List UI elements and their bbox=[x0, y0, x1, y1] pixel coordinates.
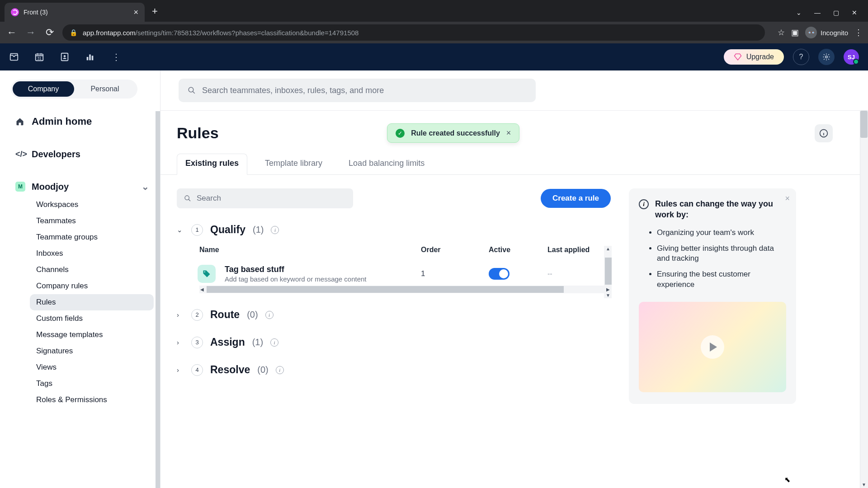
tab-favicon bbox=[11, 8, 19, 16]
content-scrollbar-track[interactable]: ▲ ▼ bbox=[860, 111, 868, 488]
help-button[interactable]: ? bbox=[793, 49, 809, 65]
chevron-down-icon: ⌄ bbox=[142, 181, 149, 192]
global-search[interactable]: Search teammates, inboxes, rules, tags, … bbox=[179, 79, 536, 102]
svg-point-11 bbox=[204, 272, 206, 273]
sidebar-item-teammates[interactable]: Teammates bbox=[30, 213, 154, 229]
analytics-icon[interactable] bbox=[85, 52, 97, 62]
sidebar-item-channels[interactable]: Channels bbox=[30, 262, 154, 278]
phase-info-icon[interactable]: i bbox=[270, 338, 278, 347]
page-title: Rules bbox=[177, 124, 219, 142]
sidebar-item-roles-permissions[interactable]: Roles & Permissions bbox=[30, 392, 154, 408]
settings-button[interactable] bbox=[818, 49, 835, 65]
settings-sidebar: Company Personal Admin home </> Develope… bbox=[0, 70, 160, 488]
success-toast: ✓ Rule created successfully × bbox=[387, 123, 519, 143]
info-panel: × i Rules can change the way you work by… bbox=[629, 188, 796, 404]
sidebar-scrollbar-thumb[interactable] bbox=[156, 188, 160, 305]
url-input[interactable]: 🔒 app.frontapp.com/settings/tim:7858132/… bbox=[62, 24, 765, 41]
sidebar-item-rules[interactable]: Rules bbox=[30, 294, 154, 310]
sidebar-item-company-rules[interactable]: Company rules bbox=[30, 278, 154, 294]
extensions-icon[interactable]: ▣ bbox=[791, 28, 799, 38]
phase-info-icon[interactable]: i bbox=[265, 311, 274, 319]
search-icon bbox=[184, 195, 191, 202]
svg-rect-4 bbox=[87, 57, 89, 60]
info-bullet: Giving better insights through data and … bbox=[657, 244, 786, 264]
table-vscroll-thumb[interactable] bbox=[605, 258, 612, 285]
forward-button[interactable]: → bbox=[24, 27, 37, 38]
sidebar-developers[interactable]: </> Developers bbox=[11, 145, 154, 164]
phase-header-resolve[interactable]: ›4Resolve(0)i bbox=[177, 364, 611, 376]
scope-company[interactable]: Company bbox=[13, 81, 74, 97]
phase-number: 2 bbox=[191, 309, 203, 321]
dismiss-toast-button[interactable]: × bbox=[506, 128, 511, 138]
tag-icon bbox=[198, 265, 216, 283]
sidebar-item-views[interactable]: Views bbox=[30, 359, 154, 375]
calendar-icon[interactable]: 31 bbox=[34, 52, 46, 62]
tab-template-library[interactable]: Template library bbox=[256, 154, 331, 175]
svg-point-8 bbox=[189, 87, 193, 92]
svg-rect-6 bbox=[92, 56, 94, 60]
minimize-button[interactable]: ― bbox=[814, 9, 821, 16]
phase-header-assign[interactable]: ›3Assign(1)i bbox=[177, 336, 611, 348]
close-info-panel-button[interactable]: × bbox=[785, 194, 790, 203]
contacts-icon[interactable] bbox=[60, 52, 71, 62]
sidebar-item-teammate-groups[interactable]: Teammate groups bbox=[30, 229, 154, 245]
phase-header-qualify[interactable]: ⌄1Qualify(1)i bbox=[177, 224, 611, 236]
user-avatar[interactable]: SJ bbox=[844, 49, 859, 65]
rules-search[interactable]: Search bbox=[177, 188, 353, 208]
page-info-button[interactable] bbox=[815, 124, 833, 142]
new-tab-button[interactable]: + bbox=[152, 5, 158, 17]
maximize-button[interactable]: ▢ bbox=[833, 9, 839, 16]
active-toggle[interactable] bbox=[489, 268, 509, 280]
sidebar-item-inboxes[interactable]: Inboxes bbox=[30, 245, 154, 262]
back-button[interactable]: ← bbox=[5, 27, 18, 38]
incognito-indicator: 👓 Incognito bbox=[805, 27, 848, 38]
tab-search-icon[interactable]: ⌄ bbox=[796, 9, 802, 16]
table-header: NameOrderActiveLast applied bbox=[199, 246, 611, 260]
sidebar-item-workspaces[interactable]: Workspaces bbox=[30, 197, 154, 213]
phase-number: 4 bbox=[191, 364, 203, 376]
chevron-right-icon: › bbox=[177, 338, 184, 346]
phase-info-icon[interactable]: i bbox=[271, 226, 279, 234]
info-video-thumbnail[interactable] bbox=[639, 302, 786, 392]
scroll-down-icon[interactable]: ▼ bbox=[861, 482, 867, 487]
svg-text:31: 31 bbox=[37, 56, 42, 61]
table-hscroll[interactable]: ◀▶ bbox=[199, 286, 611, 293]
browser-tab-strip: Front (3) × + ⌄ ― ▢ ✕ bbox=[0, 0, 868, 22]
sidebar-admin-home[interactable]: Admin home bbox=[11, 111, 154, 132]
workspace-badge: M bbox=[15, 182, 25, 192]
main-content: Search teammates, inboxes, rules, tags, … bbox=[160, 70, 868, 488]
sidebar-item-tags[interactable]: Tags bbox=[30, 375, 154, 392]
phase-info-icon[interactable]: i bbox=[276, 366, 284, 374]
table-hscroll-thumb[interactable] bbox=[207, 286, 564, 293]
create-rule-button[interactable]: Create a rule bbox=[541, 189, 611, 208]
inbox-icon[interactable] bbox=[9, 52, 21, 62]
content-scrollbar-thumb[interactable] bbox=[860, 111, 868, 138]
scope-personal[interactable]: Personal bbox=[74, 81, 136, 97]
sidebar-workspace[interactable]: M Moodjoy ⌄ bbox=[11, 177, 154, 197]
chevron-down-icon: ⌄ bbox=[177, 226, 184, 234]
browser-tab[interactable]: Front (3) × bbox=[5, 3, 145, 22]
info-bullet: Organizing your team's work bbox=[657, 228, 786, 238]
browser-menu-icon[interactable]: ⋮ bbox=[854, 28, 863, 38]
phase-number: 3 bbox=[191, 337, 203, 348]
sidebar-item-signatures[interactable]: Signatures bbox=[30, 343, 154, 359]
rule-row[interactable]: Tag based stuffAdd tag based on keyword … bbox=[199, 260, 611, 283]
info-icon: i bbox=[639, 199, 649, 209]
svg-point-3 bbox=[64, 55, 66, 57]
sidebar-item-message-templates[interactable]: Message templates bbox=[30, 327, 154, 343]
more-icon[interactable]: ⋮ bbox=[110, 52, 122, 62]
close-tab-icon[interactable]: × bbox=[133, 8, 138, 17]
sidebar-item-custom-fields[interactable]: Custom fields bbox=[30, 310, 154, 327]
svg-rect-5 bbox=[89, 55, 91, 61]
scope-toggle: Company Personal bbox=[11, 80, 137, 99]
lock-icon: 🔒 bbox=[70, 29, 77, 36]
close-window-button[interactable]: ✕ bbox=[852, 9, 857, 16]
phase-header-route[interactable]: ›2Route(0)i bbox=[177, 309, 611, 321]
reload-button[interactable]: ⟳ bbox=[43, 27, 56, 38]
check-icon: ✓ bbox=[396, 129, 405, 138]
bookmark-icon[interactable]: ☆ bbox=[778, 28, 785, 38]
chevron-right-icon: › bbox=[177, 366, 184, 374]
tab-existing-rules[interactable]: Existing rules bbox=[177, 154, 247, 175]
tab-load-balancing-limits[interactable]: Load balancing limits bbox=[340, 154, 433, 175]
upgrade-button[interactable]: Upgrade bbox=[724, 49, 784, 65]
